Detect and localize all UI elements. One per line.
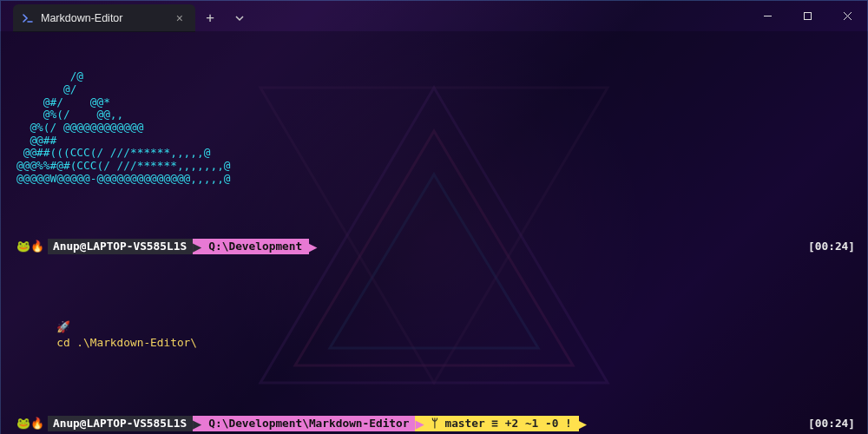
powerline-arrow-icon: ▶ — [193, 416, 201, 431]
prompt-emoji-icon: 🐸🔥 — [16, 239, 44, 255]
ascii-art: /@ @/ @#/ @@* @%(/ @@,, @%(/ @@@@@@@@@@@… — [16, 70, 855, 185]
prompt-line-2: 🐸🔥 Anup@LAPTOP-VS585L1S▶Q:\Development\M… — [16, 416, 855, 432]
terminal-output[interactable]: /@ @/ @#/ @@* @%(/ @@,, @%(/ @@@@@@@@@@@… — [0, 31, 868, 434]
prompt-line-1: 🐸🔥 Anup@LAPTOP-VS585L1S▶Q:\Development▶ … — [16, 239, 855, 255]
prompt-path: Q:\Development — [201, 239, 309, 254]
rocket-icon: 🚀 — [56, 320, 70, 333]
terminal-window: Markdown-Editor × + /@ @/ @#/ @@* @ — [0, 0, 868, 434]
titlebar: Markdown-Editor × + — [0, 0, 868, 31]
powerline-arrow-icon: ▶ — [193, 239, 201, 254]
prompt-path: Q:\Development\Markdown-Editor — [201, 416, 416, 431]
tab-active[interactable]: Markdown-Editor × — [13, 4, 195, 32]
tabs: Markdown-Editor × + — [1, 1, 254, 31]
prompt-user: Anup@LAPTOP-VS585L1S — [48, 239, 194, 254]
command-line: 🚀 cd .\Markdown-Editor\ — [16, 303, 855, 367]
prompt-time: [00:24] — [808, 239, 855, 255]
tab-title: Markdown-Editor — [41, 12, 166, 24]
maximize-button[interactable] — [787, 1, 827, 31]
prompt-user: Anup@LAPTOP-VS585L1S — [48, 416, 194, 431]
tab-close-icon[interactable]: × — [173, 11, 187, 25]
prompt-time: [00:24] — [808, 416, 855, 432]
minimize-button[interactable] — [747, 1, 787, 31]
command-text: cd .\Markdown-Editor\ — [56, 336, 197, 349]
powerline-arrow-icon: ▶ — [578, 416, 587, 431]
powerline-arrow-icon: ▶ — [415, 416, 424, 431]
prompt-emoji-icon: 🐸🔥 — [16, 416, 44, 432]
svg-rect-1 — [804, 13, 811, 20]
close-button[interactable] — [827, 1, 867, 31]
new-tab-button[interactable]: + — [195, 4, 225, 31]
window-controls — [747, 1, 867, 31]
terminal-tab-icon — [22, 12, 34, 24]
git-branch-segment: ᛘ master ≡ +2 ~1 -0 ! — [424, 416, 579, 431]
tab-dropdown-icon[interactable] — [225, 4, 254, 31]
powerline-arrow-icon: ▶ — [308, 239, 317, 254]
